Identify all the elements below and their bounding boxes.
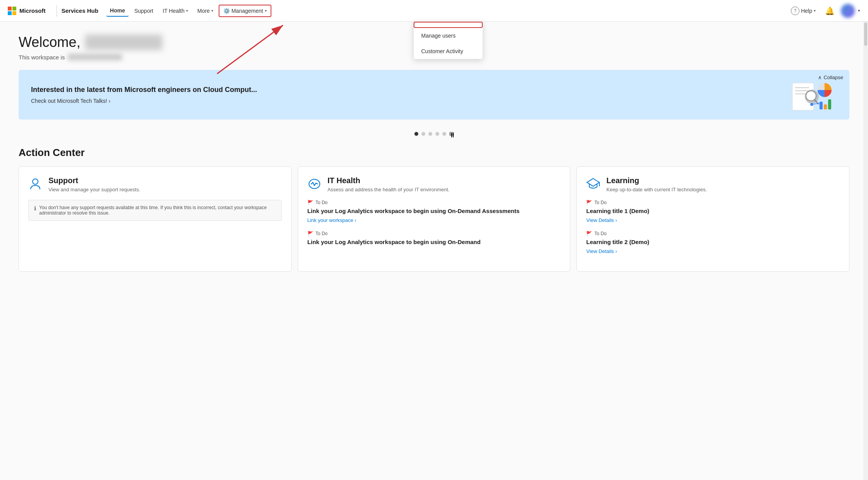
nav-management[interactable]: ⚙️ Management ▾ [219,5,271,17]
help-chevron-icon: ▾ [814,9,816,13]
workspace-name-blur [68,54,122,61]
main-content: Welcome, This workspace is Interested in… [0,22,868,480]
dropdown-customer-activity[interactable]: Customer Activity [414,43,483,59]
banner-left: Interested in the latest from Microsoft … [31,86,790,104]
scrollbar-thumb[interactable] [864,23,867,46]
management-dropdown: Manage users Customer Activity [413,21,483,59]
learning-card-text: Learning Keep up-to-date with current IT… [606,176,707,192]
it-health-todo-1: 🚩 To Do Link your Log Analytics workspac… [307,200,561,223]
support-icon [28,177,42,194]
banner-illustration-svg [790,79,837,114]
banner-link[interactable]: Check out Microsoft Tech Talks! › [31,98,790,104]
it-health-card-header: IT Health Assess and address the health … [307,176,561,194]
it-health-todo-title-1: Link your Log Analytics workspace to beg… [307,207,561,215]
todo-flag-1: 🚩 To Do [307,200,561,205]
dropdown-manage-users[interactable]: Manage users [414,28,483,43]
learning-link-2[interactable]: View Details › [586,248,840,254]
management-gear-icon: ⚙️ [223,8,230,14]
support-card: Support View and manage your support req… [19,166,292,272]
banner-illustration [790,79,837,110]
nav-support[interactable]: Support [130,5,157,16]
learning-card-header: Learning Keep up-to-date with current IT… [586,176,840,194]
nav-it-health[interactable]: IT Health ▾ [159,5,192,16]
learning-title: Learning [606,176,707,185]
username-blur [85,35,162,50]
learning-flag-1: 🚩 To Do [586,200,840,205]
nav-more[interactable]: More ▾ [193,5,217,16]
it-health-card: IT Health Assess and address the health … [298,166,571,272]
carousel-dot-2[interactable] [421,132,425,136]
learning-flag-icon-1: 🚩 [586,200,592,205]
nav-right: ? Help ▾ 🔔 ▾ [788,4,860,18]
learning-icon [586,177,600,194]
support-info-text: You don't have any support requests avai… [39,205,276,216]
avatar[interactable] [841,4,855,18]
carousel-dots: ⏸ [19,132,849,136]
it-health-subtitle: Assess and address the health of your IT… [328,187,450,192]
microsoft-logo: Microsoft [8,7,46,15]
svg-marker-16 [587,178,599,186]
ms-grid-icon [8,7,16,15]
carousel-pause-button[interactable]: ⏸ [449,132,454,136]
help-circle-icon: ? [791,7,799,15]
learning-todo-1: 🚩 To Do Learning title 1 (Demo) View Det… [586,200,840,223]
nav-management[interactable] [414,22,483,28]
notifications-button[interactable]: 🔔 [822,4,838,18]
support-subtitle: View and manage your support requests. [48,187,140,192]
support-title: Support [48,176,140,185]
it-health-title: IT Health [328,176,450,185]
it-health-todo-2: 🚩 To Do Link your Log Analytics workspac… [307,231,561,246]
banner-title: Interested in the latest from Microsoft … [31,86,790,94]
microsoft-label: Microsoft [19,7,46,14]
support-info-box: ℹ You don't have any support requests av… [28,200,282,221]
svg-rect-12 [828,99,831,109]
topbar: Microsoft Services Hub Home Support IT H… [0,0,868,22]
flag-icon-2: 🚩 [307,231,313,236]
flag-icon-1: 🚩 [307,200,313,205]
help-button[interactable]: ? Help ▾ [788,4,819,17]
svg-rect-11 [824,104,827,109]
main-nav: Home Support IT Health ▾ More ▾ ⚙️ Manag… [106,5,788,17]
support-card-text: Support View and manage your support req… [48,176,140,192]
learning-subtitle: Keep up-to-date with current IT technolo… [606,187,707,192]
management-chevron-icon: ▾ [265,9,267,13]
promo-banner: Interested in the latest from Microsoft … [19,70,849,120]
svg-rect-10 [820,102,823,109]
it-health-chevron-icon: ▾ [186,9,188,13]
support-card-header: Support View and manage your support req… [28,176,282,194]
action-center-cards: Support View and manage your support req… [19,166,849,272]
carousel-dot-1[interactable] [414,132,418,136]
info-icon: ℹ [34,205,36,211]
banner-collapse-button[interactable]: ∧ Collapse [818,75,843,80]
carousel-dot-4[interactable] [435,132,439,136]
learning-link-1[interactable]: View Details › [586,217,840,223]
learning-todo-title-2: Learning title 2 (Demo) [586,238,840,246]
services-hub-title: Services Hub [62,7,98,14]
learning-todo-title-1: Learning title 1 (Demo) [586,207,840,215]
it-health-todo-title-2: Link your Log Analytics workspace to beg… [307,238,561,246]
scrollbar[interactable] [863,22,868,480]
more-chevron-icon: ▾ [211,9,213,13]
avatar-chevron-icon: ▾ [858,8,860,13]
carousel-dot-5[interactable] [442,132,446,136]
collapse-chevron-icon: ∧ [818,75,822,80]
topbar-divider [57,5,57,17]
it-health-card-text: IT Health Assess and address the health … [328,176,450,192]
svg-point-7 [806,91,816,101]
learning-flag-2: 🚩 To Do [586,231,840,236]
it-health-icon [307,177,321,194]
svg-point-15 [33,179,38,184]
person-icon: 🔔 [825,6,835,16]
nav-home[interactable]: Home [106,5,129,17]
learning-flag-icon-2: 🚩 [586,231,592,236]
action-center-title: Action Center [19,147,849,159]
banner-link-chevron-icon: › [109,98,110,104]
carousel-dot-3[interactable] [428,132,432,136]
it-health-link-1[interactable]: Link your workspace › [307,217,561,223]
todo-flag-2: 🚩 To Do [307,231,561,236]
learning-todo-2: 🚩 To Do Learning title 2 (Demo) View Det… [586,231,840,254]
learning-card: Learning Keep up-to-date with current IT… [576,166,849,272]
